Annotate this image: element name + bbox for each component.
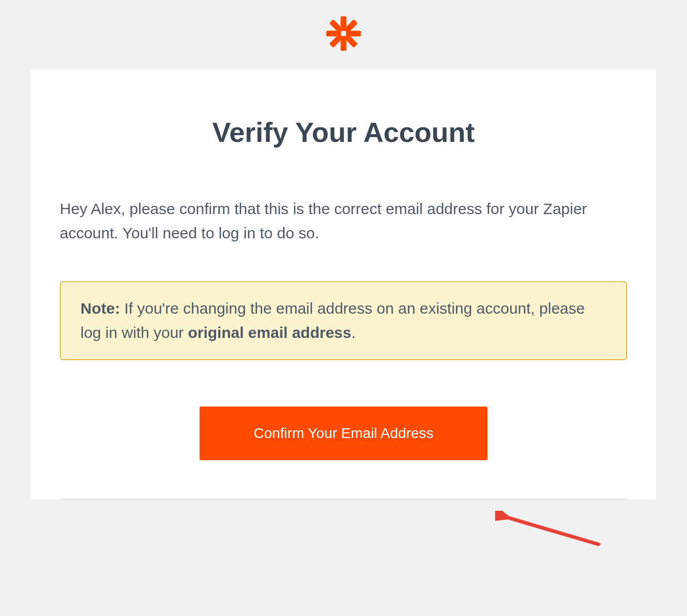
note-bold-phrase: original email address: [188, 324, 351, 341]
confirm-email-button[interactable]: Confirm Your Email Address: [200, 407, 488, 460]
intro-paragraph: Hey Alex, please confirm that this is th…: [60, 197, 627, 245]
email-header: [0, 0, 687, 70]
svg-rect-0: [340, 16, 346, 27]
annotation-arrow-icon: [495, 511, 609, 570]
svg-line-11: [505, 517, 598, 544]
svg-rect-1: [340, 39, 346, 51]
svg-rect-9: [341, 31, 346, 36]
note-callout: Note: If you're changing the email addre…: [60, 281, 627, 360]
section-divider: [60, 499, 627, 499]
note-label: Note:: [80, 300, 120, 317]
button-row: Confirm Your Email Address: [60, 407, 627, 460]
svg-rect-2: [326, 30, 337, 36]
note-text-after: .: [351, 324, 355, 341]
page-title: Verify Your Account: [60, 116, 627, 148]
note-text: Note: If you're changing the email addre…: [80, 297, 607, 345]
email-card: Verify Your Account Hey Alex, please con…: [31, 70, 656, 499]
svg-rect-3: [349, 30, 361, 36]
zapier-logo-icon: [325, 15, 362, 52]
